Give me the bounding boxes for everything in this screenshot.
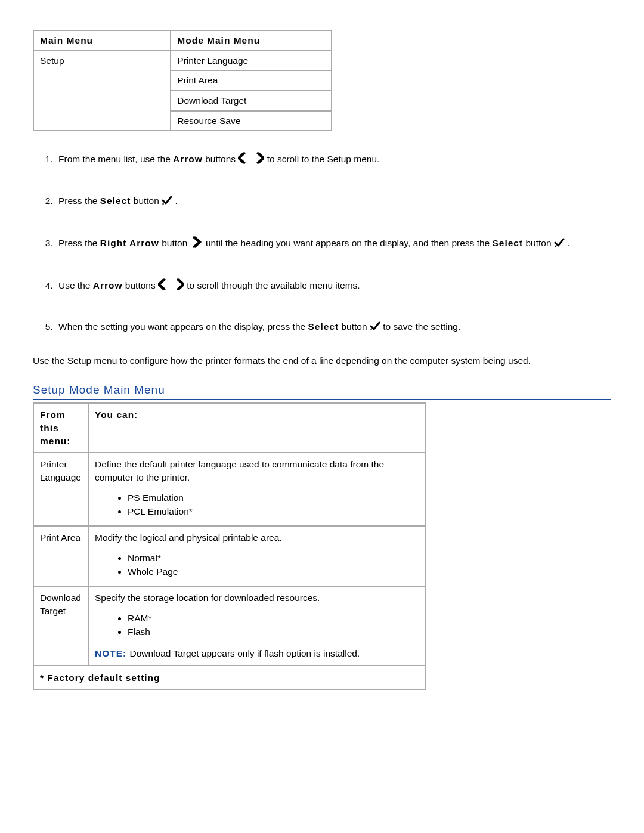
menu-table: Main Menu Mode Main Menu Setup Printer L… (33, 30, 332, 131)
list-item: PCL Emulation* (128, 505, 419, 518)
menu-item: Print Area (171, 71, 331, 90)
setup-table: From this menu: You can: Printer Languag… (33, 402, 426, 690)
setup-header-left: From this menu: (40, 410, 71, 445)
setup-description: Use the Setup menu to configure how the … (33, 354, 611, 367)
menu-item: Resource Save (171, 112, 331, 131)
step-2: Press the Select button . (55, 194, 611, 208)
menu-item: Printer Language (171, 51, 331, 70)
menu-left-setup: Setup (34, 51, 170, 131)
note-text: Download Target appears only if flash op… (130, 648, 360, 658)
setup-header-right: You can: (95, 410, 138, 420)
list-item: PS Emulation (128, 491, 419, 504)
arrow-right-icon (190, 236, 203, 248)
check-icon (162, 195, 172, 206)
list-item: Flash (128, 625, 419, 639)
menu-header-right: Mode Main Menu (177, 35, 260, 45)
step-5: When the setting you want appears on the… (55, 320, 611, 333)
step-3: Press the Right Arrow button until the h… (55, 236, 611, 250)
step-4: Use the Arrow buttons to scroll through … (55, 278, 611, 292)
list-item: Whole Page (128, 565, 419, 578)
list-item: Normal* (128, 552, 419, 565)
menu-header-left: Main Menu (40, 35, 93, 45)
arrow-left-right-icon (158, 278, 184, 290)
svg-point-0 (162, 203, 163, 205)
check-icon (370, 321, 380, 332)
table-row: Printer Language Define the default prin… (34, 453, 425, 525)
arrow-left-right-icon (238, 152, 264, 164)
check-icon (554, 237, 565, 248)
menu-item: Download Target (171, 91, 331, 110)
table-row: Download Target Specify the storage loca… (34, 587, 425, 665)
instruction-steps: From the menu list, use the Arrow button… (33, 152, 611, 333)
step-1: From the menu list, use the Arrow button… (55, 152, 611, 166)
svg-point-2 (370, 329, 371, 330)
table-footer: * Factory default setting (34, 666, 425, 690)
note-label: NOTE: (95, 648, 130, 658)
list-item: RAM* (128, 612, 419, 625)
svg-point-1 (555, 246, 556, 247)
table-row: Print Area Modify the logical and physic… (34, 527, 425, 586)
section-heading: Setup Mode Main Menu (33, 382, 611, 400)
